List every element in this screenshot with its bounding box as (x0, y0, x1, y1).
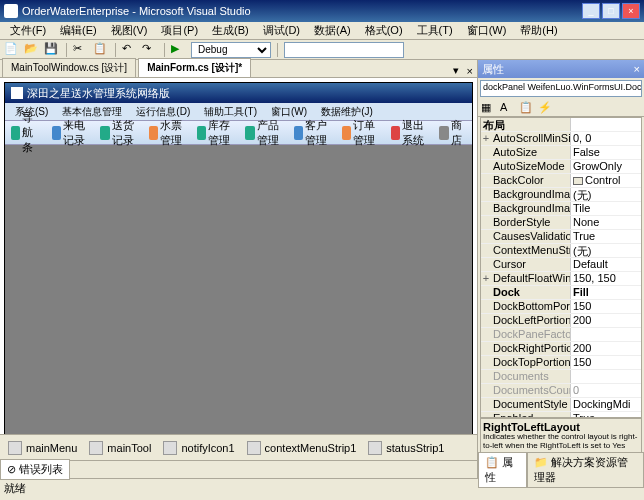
property-row[interactable]: +AutoScrollMinSize0, 0 (481, 132, 641, 146)
menu-item[interactable]: 文件(F) (4, 22, 52, 39)
property-row[interactable]: DockBottomPortion150 (481, 300, 641, 314)
menu-item[interactable]: 编辑(E) (54, 22, 103, 39)
property-row[interactable]: AutoSizeModeGrowOnly (481, 160, 641, 174)
toolbar-button[interactable]: 来电记录 (48, 123, 96, 143)
menu-item[interactable]: 项目(P) (155, 22, 204, 39)
error-icon: ⊘ (7, 463, 16, 475)
property-row[interactable]: DocumentStyleDockingMdi (481, 398, 641, 412)
toolbar-button[interactable]: 客户管理 (290, 123, 338, 143)
menu-item[interactable]: 格式(O) (359, 22, 409, 39)
save-icon[interactable]: 💾 (44, 42, 60, 58)
toolbar-button[interactable]: 水票管理 (145, 123, 193, 143)
property-row[interactable]: BorderStyleNone (481, 216, 641, 230)
alphabetical-icon[interactable]: A (499, 100, 517, 116)
menu-item[interactable]: 窗口(W) (461, 22, 513, 39)
status-text: 就绪 (4, 481, 26, 496)
property-row[interactable]: BackColorControl (481, 174, 641, 188)
property-row[interactable]: ContextMenuStrip(无) (481, 244, 641, 258)
undo-icon[interactable]: ↶ (122, 42, 138, 58)
property-row[interactable]: DocumentsCount0 (481, 384, 641, 398)
tray-component[interactable]: mainMenu (8, 441, 77, 455)
maximize-button[interactable]: □ (602, 3, 620, 19)
categorized-icon[interactable]: ▦ (480, 100, 498, 116)
document-tabs: MainToolWindow.cs [设计] MainForm.cs [设计]*… (0, 60, 477, 78)
menu-item[interactable]: 视图(V) (105, 22, 154, 39)
form-designer[interactable]: 深田之星送水管理系统网络版 系统(S)基本信息管理运行信息(D)辅助工具(T)窗… (0, 78, 477, 434)
tray-component[interactable]: mainTool (89, 441, 151, 455)
window-titlebar: OrderWaterEnterprise - Microsoft Visual … (0, 0, 644, 22)
panel-close-icon[interactable]: × (634, 63, 640, 75)
tab-close-icon[interactable]: × (463, 65, 477, 77)
form-titlebar: 深田之星送水管理系统网络版 (5, 83, 472, 103)
toolbar-button[interactable]: 商店 (435, 123, 470, 143)
tab-maintoolwindow[interactable]: MainToolWindow.cs [设计] (2, 58, 136, 77)
copy-icon[interactable]: 📋 (93, 42, 109, 58)
toolbar-button[interactable]: 订单管理 (338, 123, 386, 143)
property-row[interactable]: AutoSizeFalse (481, 146, 641, 160)
close-button[interactable]: × (622, 3, 640, 19)
config-combo[interactable]: Debug (191, 42, 271, 58)
property-row[interactable]: 布局 (481, 118, 641, 132)
toolbar-button[interactable]: 送货记录 (96, 123, 144, 143)
property-row[interactable]: BackgroundImage(无) (481, 188, 641, 202)
menu-item[interactable]: 数据(A) (308, 22, 357, 39)
property-grid[interactable]: 布局+AutoScrollMinSize0, 0AutoSizeFalseAut… (480, 117, 642, 418)
property-row[interactable]: BackgroundImageLayoutTile (481, 202, 641, 216)
property-row[interactable]: DockPaneFactory (481, 328, 641, 342)
properties-title: 属性 (482, 62, 504, 77)
main-toolbar: 📄 📂 💾 ✂ 📋 ↶ ↷ ▶ Debug (0, 40, 644, 60)
property-row[interactable]: DockLeftPortion200 (481, 314, 641, 328)
menu-item[interactable]: 调试(D) (257, 22, 306, 39)
vs-icon (4, 4, 18, 18)
property-row[interactable]: DockFill (481, 286, 641, 300)
property-row[interactable]: CausesValidationTrue (481, 230, 641, 244)
property-row[interactable]: +DefaultFloatWindowSize150, 150 (481, 272, 641, 286)
properties-tab[interactable]: 📋 属性 (478, 452, 527, 488)
component-tray: mainMenumainToolnotifyIcon1contextMenuSt… (0, 434, 477, 460)
toolbar-button[interactable]: 退出系统 (387, 123, 435, 143)
properties-panel: 属性 × dockPanel WeifenLuo.WinFormsUI.Dock… (478, 60, 644, 478)
new-icon[interactable]: 📄 (4, 42, 20, 58)
search-combo[interactable] (284, 42, 404, 58)
form-title-text: 深田之星送水管理系统网络版 (27, 86, 170, 101)
menu-item[interactable]: 帮助(H) (514, 22, 563, 39)
form-toolbar: 导航条来电记录送货记录水票管理库存管理产品管理客户管理订单管理退出系统商店 (5, 121, 472, 145)
property-row[interactable]: Documents (481, 370, 641, 384)
property-row[interactable]: DockRightPortion200 (481, 342, 641, 356)
properties-icon[interactable]: 📋 (518, 100, 536, 116)
tab-mainform[interactable]: MainForm.cs [设计]* (138, 58, 251, 77)
main-menubar: 文件(F)编辑(E)视图(V)项目(P)生成(B)调试(D)数据(A)格式(O)… (0, 22, 644, 40)
tray-component[interactable]: statusStrip1 (368, 441, 444, 455)
form-client-area[interactable] (5, 145, 472, 434)
minimize-button[interactable]: _ (582, 3, 600, 19)
open-icon[interactable]: 📂 (24, 42, 40, 58)
events-icon[interactable]: ⚡ (537, 100, 555, 116)
menu-item[interactable]: 工具(T) (411, 22, 459, 39)
window-title: OrderWaterEnterprise - Microsoft Visual … (22, 5, 251, 17)
cut-icon[interactable]: ✂ (73, 42, 89, 58)
error-list-tab[interactable]: ⊘ 错误列表 (0, 459, 70, 480)
tray-component[interactable]: notifyIcon1 (163, 441, 234, 455)
toolbar-button[interactable]: 库存管理 (193, 123, 241, 143)
property-row[interactable]: DockTopPortion150 (481, 356, 641, 370)
tab-dropdown-icon[interactable]: ▾ (449, 64, 463, 77)
toolbar-button[interactable]: 产品管理 (241, 123, 289, 143)
run-icon[interactable]: ▶ (171, 42, 187, 58)
property-row[interactable]: CursorDefault (481, 258, 641, 272)
menu-item[interactable]: 生成(B) (206, 22, 255, 39)
solution-explorer-tab[interactable]: 📁 解决方案资源管理器 (527, 452, 644, 488)
form-icon (11, 87, 23, 99)
redo-icon[interactable]: ↷ (142, 42, 158, 58)
object-selector[interactable]: dockPanel WeifenLuo.WinFormsUI.Docking.D… (480, 80, 642, 97)
tray-component[interactable]: contextMenuStrip1 (247, 441, 357, 455)
toolbar-button[interactable]: 导航条 (7, 123, 48, 143)
